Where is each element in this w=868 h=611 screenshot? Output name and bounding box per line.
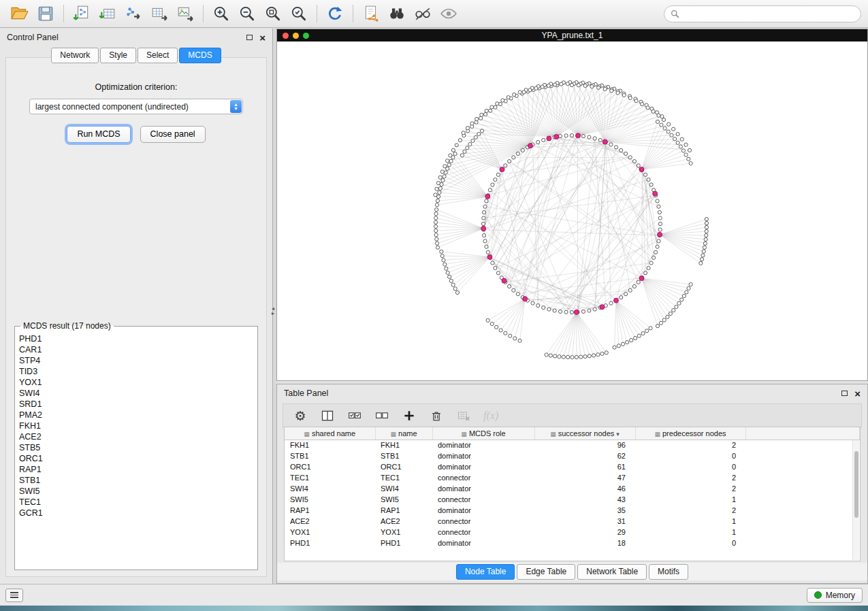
- tab-network-table[interactable]: Network Table: [577, 564, 647, 580]
- export-table-button[interactable]: [146, 3, 172, 24]
- table-cell[interactable]: FKH1: [375, 440, 432, 450]
- float-panel-button[interactable]: [246, 35, 253, 40]
- table-cell[interactable]: SWI4: [285, 483, 375, 494]
- export-image-button[interactable]: [172, 3, 198, 24]
- search-field[interactable]: [664, 5, 861, 22]
- table-cell[interactable]: 2: [635, 483, 745, 494]
- table-cell[interactable]: ORC1: [375, 461, 432, 472]
- table-row[interactable]: ORC1ORC1dominator610: [285, 461, 860, 472]
- result-item[interactable]: STB5: [19, 442, 253, 453]
- table-row[interactable]: RAP1RAP1dominator352: [285, 505, 860, 516]
- tab-mcds[interactable]: MCDS: [179, 48, 221, 63]
- table-cell[interactable]: SWI5: [285, 494, 375, 505]
- result-item[interactable]: PMA2: [19, 410, 253, 420]
- table-cell[interactable]: ACE2: [285, 516, 375, 527]
- network-graph[interactable]: [277, 42, 867, 380]
- table-row[interactable]: TEC1TEC1connector472: [285, 472, 860, 483]
- show-details-button[interactable]: [436, 3, 462, 24]
- table-cell[interactable]: 29: [534, 527, 635, 538]
- table-row[interactable]: SWI4SWI4dominator462: [285, 483, 860, 494]
- table-cell[interactable]: 2: [635, 440, 745, 450]
- zoom-selected-button[interactable]: [286, 3, 312, 24]
- table-cell[interactable]: 46: [534, 483, 635, 494]
- table-cell[interactable]: 43: [534, 494, 635, 505]
- zoom-out-button[interactable]: [234, 3, 260, 24]
- table-cell[interactable]: connector: [432, 472, 534, 483]
- memory-button[interactable]: Memory: [807, 588, 863, 603]
- table-cell[interactable]: SWI4: [375, 483, 432, 494]
- hide-details-button[interactable]: [410, 3, 436, 24]
- apply-layout-button[interactable]: [322, 3, 348, 24]
- add-row-button[interactable]: [402, 408, 417, 424]
- table-cell[interactable]: SWI5: [375, 494, 432, 505]
- search-input[interactable]: [683, 9, 854, 18]
- table-cell[interactable]: dominator: [432, 538, 534, 548]
- table-cell[interactable]: PHD1: [375, 538, 432, 548]
- table-cell[interactable]: dominator: [432, 505, 534, 516]
- table-cell[interactable]: TEC1: [285, 472, 375, 483]
- column-header-shared-name[interactable]: ▦ shared name: [285, 427, 375, 440]
- result-item[interactable]: TID3: [19, 366, 253, 377]
- table-cell[interactable]: 31: [534, 516, 635, 527]
- result-item[interactable]: PHD1: [19, 333, 253, 344]
- table-cell[interactable]: 96: [534, 440, 635, 450]
- table-cell[interactable]: 1: [635, 516, 745, 527]
- close-panel-button[interactable]: Close panel: [140, 126, 206, 143]
- result-item[interactable]: RAP1: [19, 464, 253, 475]
- result-item[interactable]: FKH1: [19, 420, 253, 431]
- table-cell[interactable]: 61: [534, 461, 635, 472]
- import-table-button[interactable]: [95, 3, 120, 24]
- delete-rows-button[interactable]: [429, 408, 444, 424]
- result-item[interactable]: ACE2: [19, 431, 253, 442]
- table-row[interactable]: PHD1PHD1dominator180: [285, 538, 860, 548]
- table-cell[interactable]: YOX1: [375, 527, 432, 538]
- table-cell[interactable]: 47: [534, 472, 635, 483]
- destroy-table-button[interactable]: [456, 408, 471, 424]
- table-cell[interactable]: 0: [635, 461, 745, 472]
- search-network-button[interactable]: [384, 3, 410, 24]
- table-cell[interactable]: TEC1: [375, 472, 432, 483]
- open-file-button[interactable]: [7, 3, 33, 24]
- table-cell[interactable]: dominator: [432, 483, 534, 494]
- table-cell[interactable]: dominator: [432, 461, 534, 472]
- result-item[interactable]: STP4: [19, 355, 253, 366]
- status-menu-button[interactable]: [5, 589, 23, 602]
- table-scrollbar[interactable]: [852, 440, 859, 560]
- table-cell[interactable]: RAP1: [375, 505, 432, 516]
- result-item[interactable]: YOX1: [19, 377, 253, 388]
- tab-select[interactable]: Select: [138, 48, 178, 63]
- optimization-criterion-select[interactable]: largest connected component (undirected)…: [29, 99, 243, 114]
- tab-edge-table[interactable]: Edge Table: [517, 564, 575, 580]
- network-window-titlebar[interactable]: YPA_prune.txt_1: [277, 29, 867, 42]
- table-cell[interactable]: dominator: [432, 440, 534, 450]
- column-header-successor-nodes[interactable]: ▦ successor nodes ▾: [534, 427, 635, 440]
- network-canvas[interactable]: [277, 42, 867, 380]
- table-cell[interactable]: 62: [534, 450, 635, 461]
- import-network-button[interactable]: [69, 3, 95, 24]
- table-cell[interactable]: 35: [534, 505, 635, 516]
- table-cell[interactable]: ORC1: [285, 461, 375, 472]
- table-row[interactable]: YOX1YOX1connector291: [285, 527, 860, 538]
- table-cell[interactable]: RAP1: [285, 505, 375, 516]
- tab-motifs[interactable]: Motifs: [649, 564, 688, 580]
- tab-node-table[interactable]: Node Table: [456, 564, 515, 580]
- column-header-name[interactable]: ▦ name: [375, 427, 432, 440]
- table-cell[interactable]: connector: [432, 516, 534, 527]
- result-item[interactable]: SWI4: [19, 388, 253, 399]
- result-item[interactable]: ORC1: [19, 453, 253, 464]
- show-columns-button[interactable]: [320, 408, 335, 424]
- save-session-button[interactable]: [33, 3, 59, 24]
- deselect-all-button[interactable]: [374, 408, 389, 424]
- table-cell[interactable]: 1: [635, 527, 745, 538]
- export-network-button[interactable]: [120, 3, 146, 24]
- table-row[interactable]: FKH1FKH1dominator962: [285, 440, 860, 450]
- table-cell[interactable]: 1: [635, 494, 745, 505]
- table-cell[interactable]: STB1: [285, 450, 375, 461]
- zoom-in-button[interactable]: [208, 3, 234, 24]
- tab-style[interactable]: Style: [100, 48, 136, 63]
- result-item[interactable]: SRD1: [19, 399, 253, 410]
- table-cell[interactable]: connector: [432, 494, 534, 505]
- result-item[interactable]: SWI5: [19, 486, 253, 497]
- table-cell[interactable]: PHD1: [285, 538, 375, 548]
- result-item[interactable]: TEC1: [19, 497, 253, 508]
